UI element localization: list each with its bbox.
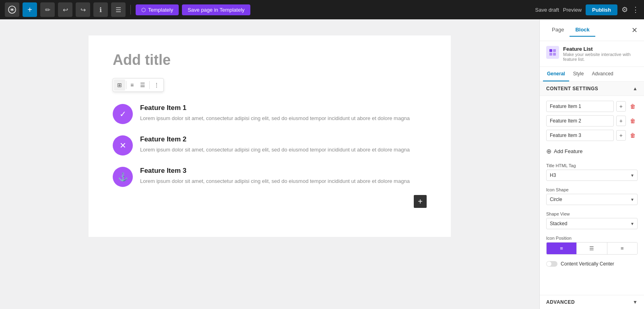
panel-tabs: Page Block bbox=[546, 23, 595, 37]
vertically-center-row: Content Vertically Center bbox=[540, 258, 644, 270]
block-tab[interactable]: Block bbox=[570, 23, 595, 37]
feature-item-2-add-btn[interactable]: + bbox=[616, 116, 626, 126]
feature-content-1: Feature Item 1 Lorem ipsum dolor sit ame… bbox=[140, 104, 427, 122]
title-html-tag-label: Title HTML Tag bbox=[546, 163, 638, 168]
svg-rect-5 bbox=[553, 53, 556, 56]
settings-gear-btn[interactable]: ⚙ bbox=[621, 5, 628, 14]
advanced-section[interactable]: Advanced ▼ bbox=[540, 295, 644, 309]
close-panel-btn[interactable]: ✕ bbox=[632, 26, 638, 35]
settings-tabs: General Style Advanced bbox=[540, 67, 644, 82]
feature-item-3-input[interactable] bbox=[546, 130, 614, 141]
icon-position-label: Icon Position bbox=[546, 236, 638, 241]
shape-view-label: Shape View bbox=[546, 212, 638, 216]
feature-title-3: Feature Item 3 bbox=[140, 167, 427, 175]
feature-desc-2: Lorem ipsum dolor sit amet, consectetur … bbox=[140, 146, 427, 154]
svg-rect-2 bbox=[549, 49, 552, 52]
feature-item-1: ✓ Feature Item 1 Lorem ipsum dolor sit a… bbox=[113, 104, 427, 124]
advanced-tab[interactable]: Advanced bbox=[588, 67, 617, 81]
align-left-btn[interactable]: ≡ bbox=[127, 79, 137, 91]
icon-shape-field: Icon Shape Circle SquareRounded bbox=[540, 184, 644, 208]
page-tab[interactable]: Page bbox=[546, 23, 570, 37]
advanced-chevron: ▼ bbox=[633, 299, 638, 305]
add-feature-row[interactable]: ⊕ Add Feature bbox=[540, 146, 644, 160]
content-settings-header[interactable]: Content Settings ▲ bbox=[540, 82, 644, 96]
align-center-btn[interactable]: ☰ bbox=[137, 79, 149, 91]
block-info-icon bbox=[546, 46, 559, 59]
block-info: Feature List Make your website interacti… bbox=[540, 41, 644, 67]
icon-position-group: ≡ ☰ ≡ bbox=[546, 242, 638, 255]
feature-item-3-del-btn[interactable]: 🗑 bbox=[628, 130, 638, 141]
toolbar-separator bbox=[130, 5, 131, 15]
redo-btn[interactable]: ↪ bbox=[76, 2, 90, 17]
svg-rect-3 bbox=[553, 49, 556, 52]
panel-header: Page Block ✕ bbox=[540, 19, 644, 41]
templately-icon: ⬡ bbox=[141, 7, 146, 13]
title-html-tag-select[interactable]: H3 H1H2H4H5H6pspandiv bbox=[546, 170, 638, 181]
add-title-placeholder[interactable]: Add title bbox=[113, 52, 427, 68]
feature-item-3-add-btn[interactable]: + bbox=[616, 130, 626, 141]
feature-item-2: ✕ Feature Item 2 Lorem ipsum dolor sit a… bbox=[113, 135, 427, 156]
advanced-label: Advanced bbox=[546, 299, 575, 305]
feature-icon-2: ✕ bbox=[113, 135, 133, 156]
icon-pos-left-btn[interactable]: ≡ bbox=[547, 243, 577, 254]
icon-pos-center-btn[interactable]: ☰ bbox=[577, 243, 607, 254]
block-type-btn[interactable]: ⊞ bbox=[114, 79, 125, 91]
panel-feature-row-1: + 🗑 bbox=[546, 101, 638, 112]
block-toolbar: ⊞ ≡ ☰ ⋮ bbox=[113, 78, 164, 92]
undo-btn[interactable]: ↩ bbox=[58, 2, 72, 17]
feature-icon-3: ⚓ bbox=[113, 167, 133, 187]
content-settings-chevron: ▲ bbox=[633, 86, 638, 91]
page-block: Add title ⊞ ≡ ☰ ⋮ ✓ Feature Item 1 Lorem… bbox=[89, 35, 451, 237]
icon-shape-select[interactable]: Circle SquareRounded bbox=[546, 194, 638, 205]
style-tab[interactable]: Style bbox=[569, 67, 588, 81]
icon-position-field: Icon Position ≡ ☰ ≡ bbox=[540, 232, 644, 258]
feature-item-2-del-btn[interactable]: 🗑 bbox=[628, 116, 638, 126]
save-templately-btn[interactable]: Save page in Templately bbox=[182, 4, 250, 15]
more-block-opts-btn[interactable]: ⋮ bbox=[151, 79, 163, 91]
toolbar: + ✏ ↩ ↪ ℹ ☰ ⬡ Templately Save page in Te… bbox=[0, 0, 644, 19]
panel-feature-items: + 🗑 + 🗑 + 🗑 bbox=[540, 96, 644, 146]
feature-title-2: Feature Item 2 bbox=[140, 135, 427, 143]
feature-content-2: Feature Item 2 Lorem ipsum dolor sit ame… bbox=[140, 135, 427, 154]
panel-feature-row-3: + 🗑 bbox=[546, 130, 638, 141]
toolbar-right: Save draft Preview Publish ⚙ ⋮ bbox=[535, 4, 639, 15]
feature-icon-1: ✓ bbox=[113, 104, 133, 124]
feature-item-1-add-btn[interactable]: + bbox=[616, 101, 626, 112]
icon-pos-right-btn[interactable]: ≡ bbox=[607, 243, 637, 254]
feature-title-1: Feature Item 1 bbox=[140, 104, 427, 112]
title-html-tag-field: Title HTML Tag H3 H1H2H4H5H6pspandiv bbox=[540, 160, 644, 184]
add-block-canvas-btn[interactable]: + bbox=[414, 195, 427, 208]
feature-item-3: ⚓ Feature Item 3 Lorem ipsum dolor sit a… bbox=[113, 167, 427, 187]
feature-item-1-del-btn[interactable]: 🗑 bbox=[628, 101, 638, 112]
tools-btn[interactable]: ☰ bbox=[111, 2, 126, 17]
canvas: Add title ⊞ ≡ ☰ ⋮ ✓ Feature Item 1 Lorem… bbox=[0, 19, 539, 309]
block-name: Feature List bbox=[563, 46, 638, 52]
right-panel: Page Block ✕ Feature List Make your webs… bbox=[539, 19, 644, 309]
feature-item-1-input[interactable] bbox=[546, 101, 614, 112]
feature-item-2-input[interactable] bbox=[546, 115, 614, 127]
main-layout: Add title ⊞ ≡ ☰ ⋮ ✓ Feature Item 1 Lorem… bbox=[0, 19, 644, 309]
general-tab[interactable]: General bbox=[543, 67, 569, 81]
shape-view-field: Shape View Stacked FramedDefault bbox=[540, 208, 644, 232]
save-draft-btn[interactable]: Save draft bbox=[535, 7, 559, 13]
feature-list: ✓ Feature Item 1 Lorem ipsum dolor sit a… bbox=[113, 104, 427, 187]
vertically-center-toggle[interactable] bbox=[546, 261, 557, 267]
info-btn[interactable]: ℹ bbox=[93, 2, 108, 17]
preview-btn[interactable]: Preview bbox=[563, 7, 582, 13]
title-html-tag-wrapper: H3 H1H2H4H5H6pspandiv bbox=[546, 170, 638, 181]
block-info-text: Feature List Make your website interacti… bbox=[563, 46, 638, 62]
svg-point-1 bbox=[11, 9, 13, 10]
toolbar-divider2 bbox=[149, 81, 150, 89]
svg-rect-4 bbox=[549, 53, 552, 56]
more-options-btn[interactable]: ⋮ bbox=[632, 5, 639, 14]
block-desc: Make your website interactive with featu… bbox=[563, 52, 638, 62]
publish-btn[interactable]: Publish bbox=[586, 4, 617, 15]
feature-content-3: Feature Item 3 Lorem ipsum dolor sit ame… bbox=[140, 167, 427, 185]
templately-btn[interactable]: ⬡ Templately bbox=[136, 4, 179, 15]
icon-shape-label: Icon Shape bbox=[546, 187, 638, 192]
edit-btn[interactable]: ✏ bbox=[40, 2, 55, 17]
wp-logo bbox=[5, 2, 19, 17]
add-block-toolbar-btn[interactable]: + bbox=[23, 2, 37, 17]
shape-view-select[interactable]: Stacked FramedDefault bbox=[546, 218, 638, 229]
shape-view-wrapper: Stacked FramedDefault bbox=[546, 218, 638, 229]
